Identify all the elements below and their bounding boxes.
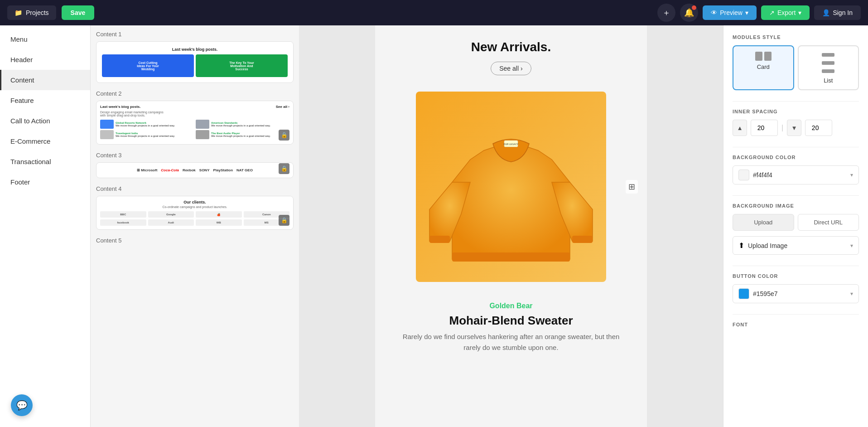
inner-spacing-section: INNER SPACING ▲ | ▼ (733, 109, 859, 136)
content-section-2: Content 2 Last week's blog posts. See al… (96, 90, 294, 145)
content-2-img-3 (100, 130, 114, 139)
logo-sony: SONY (199, 168, 210, 172)
product-info: Golden Bear Mohair-Blend Sweater Rarely … (375, 291, 647, 368)
content-card-2[interactable]: Last week's blog posts. See all › Design… (96, 101, 294, 145)
divider-1 (733, 101, 859, 102)
content-5-title: Content 5 (96, 237, 294, 244)
projects-button[interactable]: 📁 Projects (7, 5, 56, 20)
bg-color-swatch (738, 170, 749, 180)
client-google: Google (148, 211, 194, 218)
see-all-button[interactable]: See all › (491, 62, 531, 75)
list-style-icon (804, 52, 853, 74)
svg-rect-0 (452, 252, 570, 262)
spacing-down-button[interactable]: ▼ (787, 120, 801, 136)
thumb-card-2-text: The Key To YourMotivation AndSuccess (228, 60, 255, 72)
spacing-up-input[interactable] (751, 120, 778, 136)
sidebar-item-call-to-action[interactable]: Call to Action (0, 111, 90, 131)
sidebar-item-menu[interactable]: Menu (0, 29, 90, 49)
upload-icon: ⬆ (738, 241, 744, 250)
see-all-label: See all (499, 65, 519, 72)
content-2-img-2 (196, 120, 209, 129)
spacing-divider: | (781, 124, 783, 132)
user-icon: 👤 (822, 9, 830, 16)
content-2-content-4: The Best Audio Player We move through pr… (211, 132, 289, 137)
notifications-button[interactable]: 🔔 (680, 4, 698, 22)
sidebar-item-ecommerce[interactable]: E-Commerce (0, 131, 90, 151)
card-icon-rect1 (755, 52, 762, 61)
projects-label: Projects (26, 9, 49, 16)
content-4-grid: BBC Google 🍎 Canon facebook Audi WB MS (100, 211, 289, 226)
bg-image-section: BACKGROUND IMAGE Upload Direct URL ⬆ Upl… (733, 203, 859, 255)
email-preview: New Arrivals. See all › (375, 25, 647, 427)
spacing-down-input[interactable] (805, 120, 832, 136)
content-card-3[interactable]: ⊞ Microsoft Coca-Cola Reebok SONY PlaySt… (96, 162, 294, 178)
list-style-label: List (804, 77, 853, 84)
preview-label: Preview (720, 9, 743, 16)
thumb-card-2: The Key To YourMotivation AndSuccess (196, 54, 288, 77)
preview-button[interactable]: 👁 Preview ▾ (703, 5, 757, 20)
content-2-row-1: Global Resorts Network We move through p… (100, 120, 289, 129)
sidebar-item-header[interactable]: Header (0, 49, 90, 70)
list-icon-line1 (822, 53, 834, 57)
left-sidebar: Menu Header Content Feature Call to Acti… (0, 25, 91, 427)
list-icon-line3 (822, 69, 834, 73)
content-2-header: Last week's blog posts. See all › (100, 105, 289, 109)
client-wb: WB (196, 219, 242, 226)
sidebar-item-content[interactable]: Content (0, 70, 90, 90)
signin-button[interactable]: 👤 Sign In (814, 5, 861, 20)
chevron-down-icon-export: ▾ (798, 9, 801, 16)
bg-color-value: #f4f4f4 (753, 171, 847, 179)
upload-image-row[interactable]: ⬆ Upload Image ▾ (733, 236, 859, 255)
product-desc: Rarely do we find ourselves hankering af… (384, 331, 638, 353)
content-2-img-4 (196, 130, 209, 139)
arrow-icon: › (521, 65, 523, 72)
spacing-up-button[interactable]: ▲ (733, 120, 747, 136)
sidebar-item-feature[interactable]: Feature (0, 90, 90, 111)
content-4-preview: Our clients. Co-ordinate campaigns and p… (96, 196, 293, 229)
bg-color-picker[interactable]: #f4f4f4 ▾ (733, 165, 859, 184)
content-2-preview: Last week's blog posts. See all › Design… (96, 101, 293, 144)
divider-5 (733, 314, 859, 315)
modules-style-section: MODULES STYLE Card List (733, 34, 859, 90)
module-style-options: Card List (733, 45, 859, 90)
card-style-label: Card (739, 63, 788, 70)
module-settings-icon[interactable]: ⊞ (626, 180, 638, 194)
content-3-lock: 🔒 (279, 163, 289, 174)
content-card-4[interactable]: Our clients. Co-ordinate campaigns and p… (96, 196, 294, 230)
upload-option-upload[interactable]: Upload (733, 214, 794, 231)
add-button[interactable]: ＋ (657, 4, 675, 22)
content-3-logos: ⊞ Microsoft Coca-Cola Reebok SONY PlaySt… (96, 163, 293, 178)
button-color-picker[interactable]: #1595e7 ▾ (733, 284, 859, 303)
content-2-name-2: We move through projects in a goal orien… (211, 124, 289, 127)
spacing-control: ▲ | ▼ (733, 120, 859, 136)
content-4-title: Content 4 (96, 185, 294, 192)
content-card-1[interactable]: Last week's blog posts. Cost CuttingIdea… (96, 41, 294, 83)
upload-option-direct-url[interactable]: Direct URL (798, 214, 859, 231)
content-section-5: Content 5 (96, 237, 294, 244)
content-1-preview: Last week's blog posts. Cost CuttingIdea… (96, 42, 293, 82)
content-2-row-2: Travelagent India We move through projec… (100, 130, 289, 139)
style-option-card[interactable]: Card (733, 45, 794, 90)
export-button[interactable]: ↗ Export ▾ (761, 5, 810, 20)
modules-style-title: MODULES STYLE (733, 34, 859, 40)
product-image: OUR LEGACY (416, 92, 606, 282)
content-3-title: Content 3 (96, 152, 294, 159)
content-2-name-4: We move through projects in a goal orien… (211, 135, 289, 137)
save-button[interactable]: Save (62, 5, 95, 20)
client-bbc: BBC (100, 211, 146, 218)
content-2-subtext: Design engaging email marketing campaign… (100, 111, 289, 117)
sidebar-item-transactional[interactable]: Transactional (0, 151, 90, 172)
style-option-list[interactable]: List (798, 45, 859, 90)
card-icon-rect2 (764, 52, 772, 61)
button-color-value: #1595e7 (753, 290, 847, 297)
content-4-heading: Our clients. (100, 200, 289, 204)
content-2-lock: 🔒 (279, 130, 289, 141)
eye-icon: 👁 (711, 9, 717, 16)
svg-text:OUR LEGACY: OUR LEGACY (504, 143, 519, 146)
upload-image-label: Upload Image (748, 242, 847, 249)
content-2-heading-text: Last week's blog posts. (100, 105, 140, 109)
content-2-see-all: See all › (276, 105, 289, 109)
sidebar-item-footer[interactable]: Footer (0, 172, 90, 192)
chat-bubble[interactable]: 💬 (11, 394, 33, 416)
folder-icon: 📁 (14, 9, 22, 16)
